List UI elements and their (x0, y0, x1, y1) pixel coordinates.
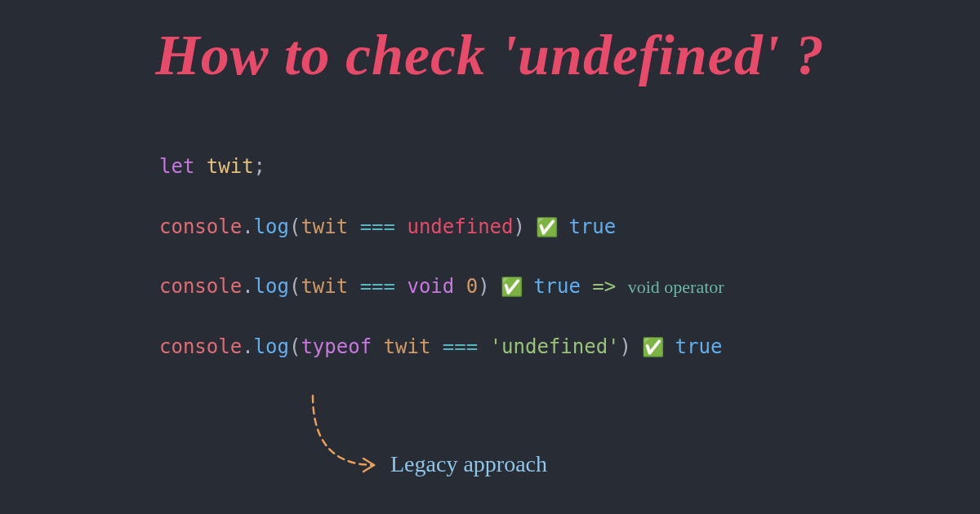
check-icon: ✅ (631, 337, 675, 357)
token-typeof: typeof (301, 335, 372, 358)
token-strict-eq: === (430, 335, 489, 358)
slide-title: How to check 'undefined' ? (0, 23, 980, 88)
token-log: log (254, 275, 289, 298)
annotation-void-operator: void operator (628, 277, 724, 297)
token-rparen: ) (620, 335, 631, 358)
token-rparen: ) (478, 275, 489, 298)
code-block: let twit; console.log(twit === undefined… (159, 153, 724, 361)
token-space (372, 335, 383, 358)
token-dot: . (242, 275, 253, 298)
legacy-arrow-icon (288, 392, 394, 481)
token-param-twit: twit (301, 215, 348, 238)
token-ident-twit: twit (207, 155, 254, 178)
token-strict-eq: === (348, 275, 407, 298)
token-lparen: ( (289, 335, 301, 358)
token-keyword-let: let (159, 155, 194, 178)
annotation-legacy-approach: Legacy approach (390, 451, 547, 477)
token-dot: . (242, 215, 253, 238)
token-space (454, 275, 466, 298)
code-line-3: console.log(twit === void 0) ✅ true => v… (159, 273, 724, 301)
token-dot: . (242, 335, 253, 358)
check-icon: ✅ (490, 277, 534, 297)
token-console: console (159, 215, 242, 238)
code-line-2: console.log(twit === undefined) ✅ true (159, 214, 724, 241)
token-log: log (254, 335, 289, 358)
token-semicolon: ; (254, 155, 265, 178)
token-zero: 0 (466, 275, 478, 298)
token-strict-eq: === (348, 215, 407, 238)
token-string-undefined: 'undefined' (490, 335, 620, 358)
token-console: console (159, 335, 242, 358)
token-log: log (254, 215, 289, 238)
token-param-twit: twit (301, 275, 348, 298)
token-lparen: ( (289, 215, 301, 238)
code-line-1: let twit; (159, 153, 724, 181)
token-arrow: => (581, 275, 628, 298)
token-void: void (407, 275, 454, 298)
token-undefined: undefined (407, 215, 513, 238)
token-rparen: ) (514, 215, 525, 238)
token-param-twit: twit (384, 335, 431, 358)
code-line-4: console.log(typeof twit === 'undefined')… (159, 334, 724, 361)
token-true: true (568, 215, 616, 238)
token-true: true (533, 275, 581, 298)
token-console: console (159, 275, 242, 298)
token-true: true (675, 335, 723, 358)
token-lparen: ( (289, 275, 301, 298)
check-icon: ✅ (525, 217, 569, 237)
